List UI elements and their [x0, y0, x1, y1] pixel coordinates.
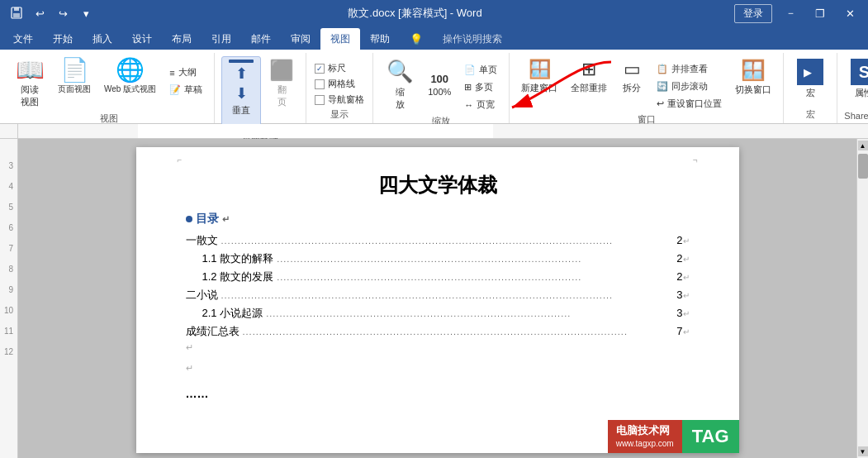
nav-pane-check-icon [315, 95, 325, 105]
ribbon-group-sharepoint: S 属性 SharePoin [837, 53, 868, 123]
side-by-side-icon: 📋 [657, 64, 668, 74]
page-width-button[interactable]: ↔ 页宽 [459, 97, 502, 112]
top-right-marker: ¬ [693, 155, 698, 165]
sharepoint-label: 属性 [855, 87, 868, 99]
tab-view[interactable]: 视图 [320, 28, 360, 50]
ruler-checkbox[interactable]: ✓ 标尺 [313, 61, 348, 75]
multi-page-label: 多页 [475, 81, 493, 93]
line-num-3: 3 [0, 155, 16, 176]
toc-entry-2: 1.1 散文的解释 ..............................… [186, 251, 690, 266]
page-view-button[interactable]: 📄 页面视图 [53, 56, 96, 98]
read-view-icon: 📖 [16, 59, 45, 82]
toc-eol-5: ↵ [683, 309, 690, 318]
ribbon-group-window: 🪟 新建窗口 ⊞ 全部重排 ▭ 拆分 📋 并排查看 [510, 53, 784, 123]
page-move-button[interactable]: ⬛ 翻页 [264, 56, 299, 111]
scroll-thumb[interactable] [858, 154, 868, 179]
macro-group-label: 宏 [790, 107, 830, 123]
tab-lightbulb[interactable]: 💡 [400, 28, 433, 50]
zoom-button[interactable]: 🔍 缩放 [380, 56, 420, 113]
ribbon-group-display: ✓ 标尺 网格线 导航窗格 显示 [306, 53, 373, 123]
multi-page-button[interactable]: ⊞ 多页 [459, 79, 502, 95]
toc-eol-2: ↵ [683, 255, 690, 264]
all-tile-button[interactable]: ⊞ 全部重排 [566, 56, 612, 97]
tab-insert[interactable]: 插入 [83, 28, 122, 50]
toc-page-1: 2 [676, 234, 682, 246]
tab-layout[interactable]: 布局 [162, 28, 202, 50]
view-small-btns: ≡ 大纲 📝 草稿 [164, 64, 207, 98]
draft-label: 草稿 [184, 83, 202, 96]
line-num-10: 10 [0, 300, 16, 321]
tab-mailing[interactable]: 邮件 [241, 28, 281, 50]
switch-window-button[interactable]: 🪟 切换窗口 [730, 56, 776, 98]
web-view-button[interactable]: 🌐 Web 版式视图 [99, 56, 161, 98]
page-view-icon: 📄 [60, 59, 89, 82]
toc-eol-6: ↵ [683, 327, 690, 336]
ribbon-group-macro: ▶ 宏 宏 [784, 53, 837, 123]
toc-page-3: 2 [676, 270, 682, 283]
svg-rect-1 [14, 7, 19, 11]
page-width-icon: ↔ [464, 100, 473, 110]
document-page[interactable]: ⌐ ¬ 四大文学体裁 目录 ↵ 一散文 ....................… [136, 147, 739, 453]
window-top-btns: 🪟 新建窗口 ⊞ 全部重排 ▭ 拆分 [516, 56, 648, 97]
undo-qat-button[interactable]: ↩ [30, 3, 50, 23]
sharepoint-button[interactable]: S 属性 [844, 56, 868, 102]
minimize-button[interactable]: － [779, 2, 802, 25]
tab-design[interactable]: 设计 [122, 28, 162, 50]
single-page-button[interactable]: 📄 单页 [459, 62, 502, 78]
vertical-button[interactable]: ⬆ ⬇ 垂直 [221, 56, 261, 132]
toc-eol-1: ↵ [683, 236, 690, 246]
side-by-side-button[interactable]: 📋 并排查看 [652, 61, 727, 77]
close-button[interactable]: ✕ [838, 2, 861, 25]
line-num-5: 5 [0, 197, 16, 217]
draft-button[interactable]: 📝 草稿 [164, 82, 207, 98]
all-tile-label: 全部重排 [571, 82, 607, 94]
redo-qat-button[interactable]: ↪ [53, 3, 73, 23]
gridlines-checkbox[interactable]: 网格线 [313, 77, 357, 91]
horizontal-ruler [18, 124, 868, 138]
scroll-up-button[interactable]: ▲ [858, 141, 868, 150]
new-window-label: 新建窗口 [521, 82, 557, 94]
ribbon-tabs: 文件 开始 插入 设计 布局 引用 邮件 审阅 视图 帮助 💡 操作说明搜索 [0, 26, 868, 50]
sync-scroll-button[interactable]: 🔄 同步滚动 [652, 79, 727, 94]
vertical-scrollbar[interactable]: ▲ ▼ [856, 139, 868, 458]
tab-file[interactable]: 文件 [3, 28, 43, 50]
reset-position-button[interactable]: ↩ 重设窗口位置 [652, 96, 727, 112]
toc-eol-4: ↵ [683, 291, 690, 300]
customize-qat-button[interactable]: ▾ [76, 3, 96, 23]
watermark-url: www.tagxp.com [616, 438, 674, 449]
gridlines-label: 网格线 [328, 78, 355, 90]
scroll-down-button[interactable]: ▼ [858, 446, 868, 456]
web-view-icon: 🌐 [116, 59, 145, 82]
vertical-icon: ⬆ ⬇ [229, 60, 254, 103]
zoom-icon: 🔍 [387, 59, 413, 84]
restore-button[interactable]: ❐ [809, 2, 832, 25]
zoom-label: 缩放 [396, 86, 405, 111]
page-width-label: 页宽 [477, 98, 495, 111]
toc-dots-5: ........................................… [266, 308, 673, 318]
zoom-100-button[interactable]: 100 100% [423, 70, 456, 99]
login-button[interactable]: 登录 [734, 4, 772, 23]
line-num-9: 9 [0, 279, 16, 300]
split-button[interactable]: ▭ 拆分 [615, 56, 648, 97]
toc-entry-4: 二小说 ....................................… [186, 288, 690, 303]
ribbon-group-page-move: ⬆ ⬇ 垂直 ⬛ 翻页 页面移动 [215, 53, 306, 123]
macro-button[interactable]: ▶ 宏 [790, 56, 830, 102]
toc-label-4: 二小说 [186, 288, 218, 303]
outline-button[interactable]: ≡ 大纲 [164, 64, 207, 80]
toc-dots-1: ........................................… [221, 236, 674, 246]
tab-help[interactable]: 帮助 [360, 28, 400, 50]
watermark-container: 电脑技术网 www.tagxp.com TAG [608, 420, 739, 453]
read-view-button[interactable]: 📖 阅读视图 [10, 56, 50, 111]
tab-search[interactable]: 操作说明搜索 [433, 28, 512, 50]
nav-pane-label: 导航窗格 [328, 93, 364, 106]
new-window-button[interactable]: 🪟 新建窗口 [516, 56, 562, 97]
tab-home[interactable]: 开始 [43, 28, 83, 50]
line-num-12: 12 [0, 341, 16, 362]
tab-review[interactable]: 审阅 [281, 28, 320, 50]
toc-dots-6: ........................................… [243, 327, 674, 336]
tab-reference[interactable]: 引用 [202, 28, 241, 50]
toc-label-1: 一散文 [186, 233, 218, 248]
save-qat-button[interactable] [7, 3, 26, 23]
toc-label-2: 1.1 散文的解释 [202, 251, 274, 266]
nav-pane-checkbox[interactable]: 导航窗格 [313, 93, 366, 107]
